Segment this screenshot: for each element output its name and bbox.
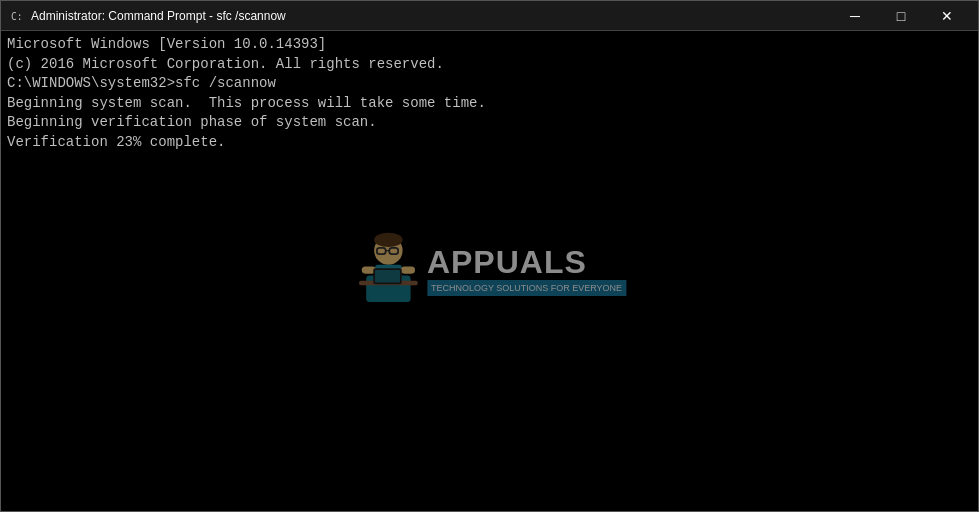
- svg-rect-8: [375, 265, 402, 281]
- terminal-line: Verification 23% complete.: [7, 133, 972, 153]
- title-bar: C: Administrator: Command Prompt - sfc /…: [1, 1, 978, 31]
- svg-text:C:: C:: [11, 11, 23, 22]
- svg-rect-10: [400, 267, 414, 274]
- cmd-icon: C:: [9, 8, 25, 24]
- cmd-window: C: Administrator: Command Prompt - sfc /…: [0, 0, 979, 512]
- svg-rect-11: [359, 281, 418, 285]
- svg-rect-4: [376, 248, 385, 254]
- close-button[interactable]: ✕: [924, 1, 970, 31]
- svg-rect-9: [361, 267, 375, 274]
- svg-point-7: [374, 233, 402, 247]
- terminal-output: Microsoft Windows [Version 10.0.14393](c…: [7, 35, 972, 153]
- svg-rect-2: [366, 275, 410, 302]
- watermark-figure: [353, 231, 423, 311]
- watermark-logo: APPUALS TECHNOLOGY SOLUTIONS FOR EVERYON…: [353, 231, 626, 311]
- title-bar-controls: ─ □ ✕: [832, 1, 970, 31]
- watermark-brand: APPUALS: [427, 246, 626, 278]
- maximize-button[interactable]: □: [878, 1, 924, 31]
- svg-rect-5: [389, 248, 398, 254]
- terminal-line: (c) 2016 Microsoft Corporation. All righ…: [7, 55, 972, 75]
- terminal-line: Beginning verification phase of system s…: [7, 113, 972, 133]
- title-bar-text: Administrator: Command Prompt - sfc /sca…: [31, 9, 832, 23]
- watermark-text-block: APPUALS TECHNOLOGY SOLUTIONS FOR EVERYON…: [427, 246, 626, 297]
- watermark-tagline: TECHNOLOGY SOLUTIONS FOR EVERYONE: [427, 280, 626, 297]
- svg-point-3: [374, 236, 402, 264]
- minimize-button[interactable]: ─: [832, 1, 878, 31]
- terminal-line: C:\WINDOWS\system32>sfc /scannow: [7, 74, 972, 94]
- svg-rect-13: [375, 270, 400, 282]
- terminal-line: Microsoft Windows [Version 10.0.14393]: [7, 35, 972, 55]
- watermark: APPUALS TECHNOLOGY SOLUTIONS FOR EVERYON…: [353, 231, 626, 311]
- terminal-line: Beginning system scan. This process will…: [7, 94, 972, 114]
- svg-rect-12: [373, 268, 401, 284]
- terminal-body[interactable]: Microsoft Windows [Version 10.0.14393](c…: [1, 31, 978, 511]
